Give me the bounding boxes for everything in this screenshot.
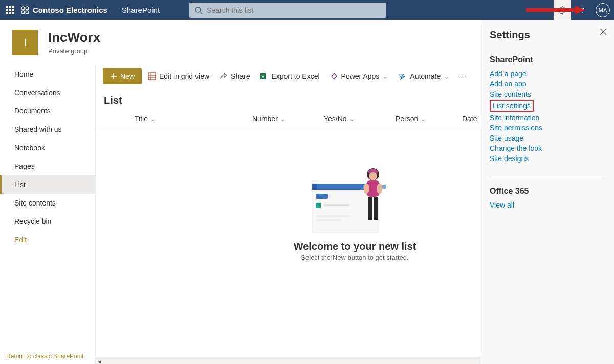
settings-panel: Settings SharePoint Add a page Add an ap…: [480, 20, 614, 364]
excel-icon: X: [260, 72, 268, 80]
help-icon: ?: [578, 6, 587, 15]
empty-illustration: [312, 168, 399, 235]
link-add-app[interactable]: Add an app: [490, 79, 605, 89]
settings-button[interactable]: [554, 0, 571, 20]
empty-subtitle: Select the New button to get started.: [301, 254, 408, 261]
link-site-info[interactable]: Site information: [490, 112, 605, 123]
nav-home[interactable]: Home: [0, 65, 95, 83]
settings-section-office365: Office 365: [490, 187, 605, 196]
close-icon: [600, 28, 607, 35]
svg-point-1: [26, 7, 29, 10]
col-number[interactable]: Number⌄: [252, 115, 324, 123]
svg-point-4: [195, 7, 201, 12]
suite-bar: Contoso Electronics SharePoint ? MA: [0, 0, 614, 20]
site-subtitle: Private group: [48, 47, 100, 55]
svg-rect-11: [148, 73, 156, 80]
svg-text:X: X: [261, 74, 265, 79]
svg-rect-26: [324, 204, 349, 206]
site-logo[interactable]: I: [12, 30, 38, 55]
divider: [490, 177, 605, 177]
link-change-look[interactable]: Change the look: [490, 143, 605, 153]
nav-notebook[interactable]: Notebook: [0, 139, 95, 157]
help-button[interactable]: ?: [573, 0, 591, 20]
svg-rect-36: [374, 197, 378, 220]
svg-rect-25: [316, 203, 321, 208]
share-icon: [220, 72, 228, 80]
svg-point-2: [21, 11, 25, 14]
brand-name: Contoso Electronics: [33, 6, 107, 14]
nav-conversations[interactable]: Conversations: [0, 83, 95, 102]
nav-pages[interactable]: Pages: [0, 157, 95, 175]
tenant-brand[interactable]: Contoso Electronics: [20, 6, 107, 15]
col-title[interactable]: Title⌄: [135, 115, 252, 123]
app-name[interactable]: SharePoint: [122, 6, 160, 14]
nav-documents[interactable]: Documents: [0, 102, 95, 120]
left-navigation: Home Conversations Documents Shared with…: [0, 65, 96, 364]
link-site-permissions[interactable]: Site permissions: [490, 123, 605, 133]
share-button[interactable]: Share: [215, 68, 254, 84]
svg-rect-24: [316, 194, 328, 199]
nav-shared[interactable]: Shared with us: [0, 120, 95, 139]
nav-edit[interactable]: Edit: [0, 231, 95, 249]
export-excel-button[interactable]: X Export to Excel: [256, 68, 323, 84]
more-button[interactable]: ···: [456, 68, 469, 84]
plus-icon: [110, 73, 117, 80]
nav-list[interactable]: List: [0, 175, 95, 194]
return-classic-link[interactable]: Return to classic SharePoint: [6, 353, 83, 360]
col-yesno[interactable]: Yes/No⌄: [324, 115, 396, 123]
svg-marker-17: [332, 73, 337, 79]
link-add-page[interactable]: Add a page: [490, 69, 605, 79]
svg-rect-28: [316, 219, 341, 221]
edit-grid-button[interactable]: Edit in grid view: [144, 68, 213, 84]
chevron-down-icon: ⌄: [382, 72, 388, 80]
col-person[interactable]: Person⌄: [396, 115, 462, 123]
automate-icon: [399, 72, 407, 80]
user-avatar[interactable]: MA: [596, 3, 610, 17]
svg-rect-27: [316, 215, 352, 217]
search-icon: [194, 6, 203, 14]
link-list-settings[interactable]: List settings: [490, 100, 534, 112]
app-launcher[interactable]: [0, 0, 20, 20]
svg-rect-34: [377, 184, 382, 194]
link-site-designs[interactable]: Site designs: [490, 153, 605, 164]
search-input[interactable]: [207, 6, 381, 14]
search-box[interactable]: [189, 3, 386, 18]
ellipsis-icon: ···: [458, 72, 467, 80]
gear-icon: [558, 6, 567, 15]
link-site-contents[interactable]: Site contents: [490, 89, 605, 99]
close-button[interactable]: [600, 28, 607, 35]
new-button[interactable]: New: [103, 68, 142, 84]
settings-title: Settings: [490, 29, 605, 41]
svg-point-3: [26, 11, 29, 14]
scroll-left-icon[interactable]: ◂: [96, 358, 103, 364]
nav-recyclebin[interactable]: Recycle bin: [0, 212, 95, 231]
svg-rect-35: [368, 197, 372, 220]
svg-point-31: [369, 172, 377, 180]
link-site-usage[interactable]: Site usage: [490, 133, 605, 143]
svg-rect-33: [364, 184, 369, 194]
brand-logo-icon: [20, 6, 30, 15]
svg-text:?: ?: [580, 6, 584, 14]
powerapps-button[interactable]: Power Apps ⌄: [326, 68, 393, 84]
waffle-icon: [6, 6, 14, 14]
nav-sitecontents[interactable]: Site contents: [0, 194, 95, 212]
svg-point-0: [21, 7, 25, 10]
empty-title: Welcome to your new list: [294, 241, 416, 253]
svg-line-5: [200, 12, 202, 14]
link-view-all[interactable]: View all: [490, 200, 605, 210]
grid-icon: [148, 72, 156, 80]
site-title[interactable]: IncWorx: [48, 30, 100, 45]
powerapps-icon: [330, 72, 338, 80]
chevron-down-icon: ⌄: [444, 72, 450, 80]
svg-rect-23: [312, 184, 317, 190]
automate-button[interactable]: Automate ⌄: [394, 68, 454, 84]
settings-section-sharepoint: SharePoint: [490, 55, 605, 64]
